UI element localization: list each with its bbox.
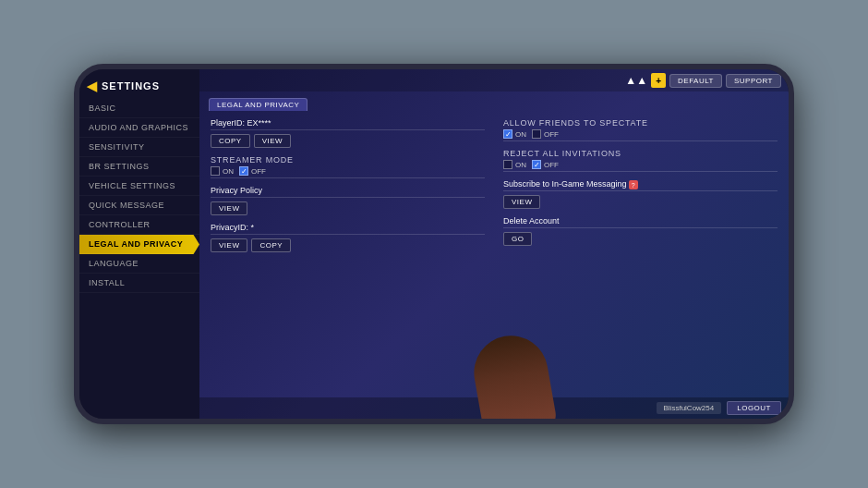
sidebar-item-language[interactable]: LANGUAGE [79,254,199,274]
sidebar: ◀ SETTINGS BASIC AUDIO AND GRAPHICS SENS… [79,69,199,419]
default-button[interactable]: DEFAULT [669,74,722,88]
logout-button[interactable]: LOGOUT [727,401,781,415]
privacy-id-label: PrivacyID: * [211,223,485,232]
privacy-policy-buttons: VIEW [211,201,485,215]
streamer-mode-title: STREAMER MODE [211,155,485,165]
streamer-off-checkbox[interactable]: ✓ [239,166,248,176]
tab-row: LEGAL AND PRIVACY [199,92,789,111]
phone-shell: ◀ SETTINGS BASIC AUDIO AND GRAPHICS SENS… [74,64,794,424]
privacy-policy-section: Privacy Policy VIEW [211,186,485,215]
ri-on-checkbox[interactable] [503,160,512,169]
privacy-policy-label: Privacy Policy [211,186,485,195]
view-player-id-button[interactable]: VIEW [254,134,291,148]
tab-legal-privacy[interactable]: LEGAL AND PRIVACY [209,98,307,111]
info-icon: ? [629,180,638,189]
right-panel: Allow Friends to Spectate ✓ ON OFF [503,118,778,390]
player-id-section: PlayerID: EX**** COPY VIEW [211,118,485,148]
sidebar-item-br-settings[interactable]: BR SETTINGS [79,157,199,177]
plus-button[interactable]: + [651,73,666,88]
sidebar-item-audio-graphics[interactable]: AUDIO AND GRAPHICS [79,118,199,138]
divider [211,234,485,235]
delete-account-section: Delete Account GO [503,216,778,246]
left-panel: PlayerID: EX**** COPY VIEW STREAMER MODE… [211,118,485,390]
divider [503,190,778,191]
support-button[interactable]: SUPPORT [726,74,781,88]
player-id-value: PlayerID: EX**** [211,118,485,128]
sidebar-item-install[interactable]: INSTALL [79,274,199,293]
subscribe-buttons: VIEW [503,195,778,209]
delete-account-buttons: GO [503,232,778,246]
divider [211,177,485,178]
streamer-on-option[interactable]: ON [211,166,234,176]
ri-off-checkbox[interactable]: ✓ [532,160,541,169]
back-arrow-icon[interactable]: ◀ [87,79,98,93]
streamer-on-checkbox[interactable] [211,166,220,176]
subscribe-section: Subscribe to In-Game Messaging ? VIEW [503,179,778,209]
player-id-buttons: COPY VIEW [211,134,485,148]
sidebar-item-sensitivity[interactable]: SENSITIVITY [79,138,199,157]
streamer-mode-toggles: ON ✓ OFF [211,166,485,176]
allow-friends-toggles: ✓ ON OFF [503,129,778,139]
copy-privacy-id-button[interactable]: COPY [251,238,291,252]
copy-player-id-button[interactable]: COPY [211,134,250,148]
divider [211,129,485,130]
settings-title: ◀ SETTINGS [79,73,199,99]
divider [211,197,485,198]
af-on-checkbox[interactable]: ✓ [503,129,512,139]
view-privacy-policy-button[interactable]: VIEW [211,201,247,215]
divider [503,227,778,228]
top-bar: ▲▲ + DEFAULT SUPPORT [199,69,789,92]
streamer-mode-section: STREAMER MODE ON ✓ OFF [211,155,485,178]
signal-icon: ▲▲ [625,74,647,87]
reject-invitations-title: REJECT ALL INVITATIONS [503,149,778,158]
allow-friends-title: Allow Friends to Spectate [503,118,778,128]
sidebar-item-basic[interactable]: BASIC [79,99,199,118]
af-off-option[interactable]: OFF [532,129,559,139]
ri-on-option[interactable]: ON [503,160,526,169]
subscribe-label: Subscribe to In-Game Messaging [503,179,627,189]
af-on-option[interactable]: ✓ ON [503,129,526,139]
go-button[interactable]: GO [503,232,532,246]
sidebar-item-controller[interactable]: CONTROLLER [79,215,199,235]
af-off-checkbox[interactable] [532,129,541,139]
reject-invitations-toggles: ON ✓ OFF [503,160,778,169]
ri-off-option[interactable]: ✓ OFF [532,160,559,169]
streamer-off-option[interactable]: ✓ OFF [239,166,266,176]
allow-friends-section: Allow Friends to Spectate ✓ ON OFF [503,118,778,141]
subscribe-view-button[interactable]: VIEW [503,195,540,209]
sidebar-item-legal-privacy[interactable]: LEGAL AND PRIVACY [79,235,199,254]
privacy-id-section: PrivacyID: * VIEW COPY [211,223,485,252]
sidebar-item-quick-message[interactable]: QUICK MESSAGE [79,196,199,215]
delete-account-label: Delete Account [503,216,778,226]
main-content: ▲▲ + DEFAULT SUPPORT LEGAL AND PRIVACY P… [199,69,789,419]
view-privacy-id-button[interactable]: VIEW [211,238,247,252]
divider [503,140,778,141]
reject-invitations-section: REJECT ALL INVITATIONS ON ✓ OFF [503,149,778,172]
privacy-id-buttons: VIEW COPY [211,238,485,252]
sidebar-item-vehicle-settings[interactable]: VEHICLE SETTINGS [79,177,199,196]
divider [503,171,778,172]
username-display: BlissfulCow254 [657,402,722,414]
